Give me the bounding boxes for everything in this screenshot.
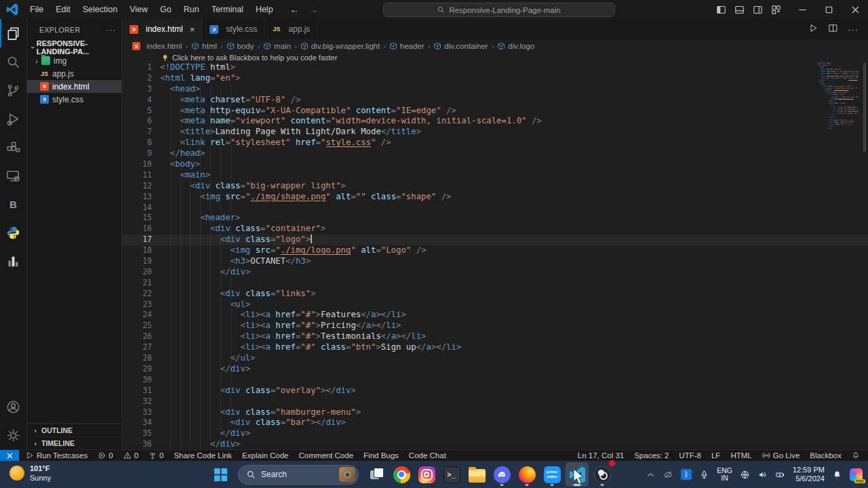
tree-root-folder[interactable]: › RESPONSIVE-LANDING-PA... <box>27 41 121 54</box>
code-line-1[interactable]: 1<!DOCTYPE html> <box>122 62 868 73</box>
status-find-bugs[interactable]: Find Bugs <box>363 451 399 460</box>
status-ln-17-col-31[interactable]: Ln 17, Col 31 <box>578 451 624 460</box>
taskbar-app-firefox[interactable] <box>515 462 538 487</box>
close-button[interactable] <box>850 4 861 16</box>
menu-edit[interactable]: Edit <box>50 2 77 17</box>
code-line-9[interactable]: 9 </head> <box>122 148 868 159</box>
code-line-33[interactable]: 33 <div class="hamburger-menu"> <box>122 407 868 418</box>
file-index-html[interactable]: 5index.html <box>27 80 121 93</box>
bell-tray-icon[interactable] <box>832 470 842 480</box>
status-comment-code[interactable]: Comment Code <box>299 451 354 460</box>
code-line-6[interactable]: 6 <meta name="viewport" content="width=d… <box>122 116 868 127</box>
globe-icon[interactable] <box>740 470 750 480</box>
code-line-10[interactable]: 10 <body> <box>122 159 868 170</box>
code-line-8[interactable]: 8 <link rel="stylesheet" href="style.css… <box>122 138 868 148</box>
search-highlight-camera-icon[interactable] <box>339 467 355 482</box>
taskbar-app-instagram[interactable] <box>415 462 438 487</box>
layout-toggle-icon[interactable] <box>770 4 782 16</box>
close-icon[interactable]: × <box>190 24 195 35</box>
code-line-5[interactable]: 5 <meta http-equiv="X-UA-Compatible" con… <box>122 106 868 117</box>
status-0[interactable]: 0 <box>123 451 138 460</box>
activity-source-control[interactable] <box>0 76 26 104</box>
back-arrow-icon[interactable]: ← <box>290 4 300 15</box>
code-line-18[interactable]: 18 <img src="./img/logo.png" alt="Logo" … <box>122 245 868 256</box>
menu-file[interactable]: File <box>24 2 50 17</box>
code-line-25[interactable]: 25 <li><a href="#">Pricing</a></li> <box>122 321 868 331</box>
activity-extensions[interactable] <box>0 133 26 161</box>
panel-outline[interactable]: ›OUTLINE <box>27 424 121 436</box>
status-0[interactable]: 0 <box>149 451 163 460</box>
file-img[interactable]: ›img <box>27 54 121 67</box>
status-code-chat[interactable]: Code Chat <box>409 451 446 460</box>
file-app-js[interactable]: JSapp.js <box>27 67 121 80</box>
taskbar-search[interactable]: Search <box>238 465 359 485</box>
breadcrumb-item[interactable]: 5index.html <box>132 42 182 50</box>
run-button[interactable] <box>808 23 818 36</box>
onedrive-icon[interactable] <box>663 470 673 480</box>
menu-help[interactable]: Help <box>250 2 279 17</box>
code-line-13[interactable]: 13 <img src="./img/shape.png" alt="" cla… <box>122 192 868 203</box>
activity-remote[interactable] <box>0 161 26 190</box>
more-button[interactable]: ··· <box>848 23 859 35</box>
activity-search[interactable] <box>0 47 26 76</box>
copilot-icon[interactable]: PRE <box>850 468 863 481</box>
code-line-28[interactable]: 28 </ul> <box>122 353 868 364</box>
activity-python[interactable] <box>0 218 26 247</box>
code-line-22[interactable]: 22 <div class="links"> <box>122 289 868 300</box>
taskbar-app-prime-video[interactable]: prime video <box>540 462 564 487</box>
code-line-34[interactable]: 34 <div class="bar"></div> <box>122 418 868 428</box>
tab-index-html[interactable]: 5index.html× <box>122 19 202 39</box>
taskbar-app-discord[interactable] <box>490 462 513 487</box>
menu-terminal[interactable]: Terminal <box>205 2 250 17</box>
code-line-30[interactable]: 30 <box>122 375 868 386</box>
activity-blackbox[interactable]: B <box>0 190 26 218</box>
clock[interactable]: 12:59 PM5/6/2024 <box>793 466 825 483</box>
code-line-14[interactable]: 14 <box>122 203 868 214</box>
code-line-20[interactable]: 20 </div> <box>122 267 868 278</box>
activity-account[interactable] <box>0 392 26 421</box>
code-line-26[interactable]: 26 <li><a href="#">Testimonials</a></li> <box>122 331 868 342</box>
status-run-testcases[interactable]: Run Testcases <box>26 451 87 460</box>
taskbar-app-taskview[interactable] <box>365 462 388 487</box>
status-spaces-2[interactable]: Spaces: 2 <box>634 451 669 460</box>
file-style-css[interactable]: 3style.css <box>27 93 121 106</box>
taskbar-app-file-explorer[interactable] <box>465 462 488 487</box>
code-line-27[interactable]: 27 <li><a href="#" class="btn">Sign up</… <box>122 342 868 353</box>
weather-widget[interactable]: 101°F Sunny <box>9 464 51 483</box>
code-line-17[interactable]: 17 <div class="logo"> <box>122 235 868 245</box>
code-line-29[interactable]: 29 </div> <box>122 364 868 375</box>
status-go-live[interactable]: Go Live <box>762 451 800 460</box>
bluetooth-icon[interactable]: ᛒ <box>681 469 692 480</box>
code-line-4[interactable]: 4 <meta charset="UTF-8" /> <box>122 95 868 106</box>
tab-style-css[interactable]: 3style.css <box>202 19 264 39</box>
code-line-7[interactable]: 7 <title>Landing Page With Light/Dark Mo… <box>122 127 868 138</box>
breadcrumb-item[interactable]: div.container <box>433 42 488 50</box>
code-line-24[interactable]: 24 <li><a href="#">Features</a></li> <box>122 310 868 321</box>
breadcrumb-item[interactable]: html <box>191 42 217 50</box>
taskbar-app-terminal[interactable] <box>440 462 463 487</box>
menu-selection[interactable]: Selection <box>77 2 123 17</box>
speaker-icon[interactable] <box>757 470 768 480</box>
maximize-button[interactable] <box>823 4 835 16</box>
status-blackbox[interactable]: Blackbox <box>810 451 842 460</box>
breadcrumb-item[interactable]: div.big-wrapper.light <box>300 42 380 50</box>
tab-app-js[interactable]: JSapp.js <box>264 19 317 39</box>
start-button[interactable] <box>209 462 232 487</box>
code-line-11[interactable]: 11 <main> <box>122 170 868 181</box>
code-line-32[interactable]: 32 <box>122 396 868 407</box>
activity-run-debug[interactable] <box>0 104 26 133</box>
code-line-12[interactable]: 12 <div class="big-wrapper light"> <box>122 181 868 192</box>
breadcrumb-item[interactable]: main <box>263 42 291 50</box>
explorer-more-actions-icon[interactable]: ··· <box>106 25 116 35</box>
code-line-19[interactable]: 19 <h3>OCTANET</h3> <box>122 256 868 267</box>
taskbar-app-obs[interactable] <box>591 462 614 487</box>
panel-right-toggle-icon[interactable] <box>752 4 764 16</box>
status-0[interactable]: 0 <box>98 451 113 460</box>
editor-scrollbar[interactable] <box>863 62 866 152</box>
status-utf-8[interactable]: UTF-8 <box>679 451 701 460</box>
code-line-16[interactable]: 16 <div class="container"> <box>122 224 868 235</box>
code-line-15[interactable]: 15 <header> <box>122 213 868 224</box>
blackbox-hint[interactable]: Click here to ask Blackbox to help you c… <box>122 53 868 62</box>
split-editor-button[interactable] <box>828 23 838 36</box>
code-editor[interactable]: Click here to ask Blackbox to help you c… <box>122 53 868 449</box>
